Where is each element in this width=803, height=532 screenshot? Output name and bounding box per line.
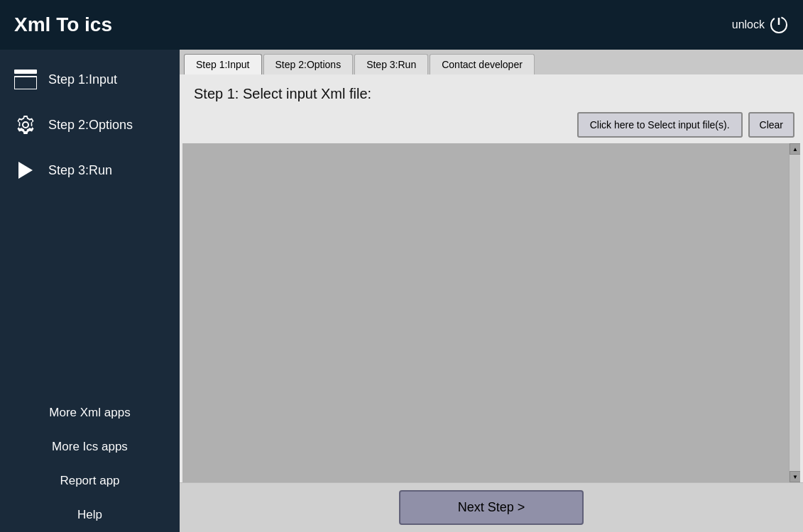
header: Xml To ics unlock xyxy=(0,0,803,50)
svg-rect-2 xyxy=(14,70,37,74)
play-icon xyxy=(14,159,37,182)
sidebar-more-ics[interactable]: More Ics apps xyxy=(0,430,180,464)
sidebar-label-step2: Step 2:Options xyxy=(48,118,133,133)
content-panel: Step 1: Select input Xml file: Click her… xyxy=(180,74,803,532)
sidebar-more-xml[interactable]: More Xml apps xyxy=(0,396,180,430)
sidebar-report-app[interactable]: Report app xyxy=(0,464,180,498)
sidebar-item-step1[interactable]: Step 1:Input xyxy=(0,57,180,102)
clear-button[interactable]: Clear xyxy=(748,112,794,138)
sidebar-help[interactable]: Help xyxy=(0,498,180,532)
svg-marker-4 xyxy=(18,162,33,179)
select-file-button[interactable]: Click here to Select input file(s). xyxy=(577,112,743,138)
tab-input[interactable]: Step 1:Input xyxy=(184,54,262,74)
app-title: Xml To ics xyxy=(14,13,112,36)
tab-contact[interactable]: Contact developer xyxy=(430,54,535,74)
panel-title: Step 1: Select input Xml file: xyxy=(180,74,803,109)
power-icon xyxy=(769,15,789,35)
scrollbar-down[interactable]: ▼ xyxy=(790,471,800,482)
scrollbar-up[interactable]: ▲ xyxy=(790,143,800,155)
content-area: Step 1:Input Step 2:Options Step 3:Run C… xyxy=(180,50,803,532)
unlock-label: unlock xyxy=(732,18,765,31)
sidebar-item-step3[interactable]: Step 3:Run xyxy=(0,148,180,193)
inbox-icon xyxy=(14,68,37,91)
tab-bar: Step 1:Input Step 2:Options Step 3:Run C… xyxy=(180,50,803,74)
sidebar-item-step2[interactable]: Step 2:Options xyxy=(0,102,180,148)
next-step-button[interactable]: Next Step > xyxy=(399,490,584,525)
tab-run[interactable]: Step 3:Run xyxy=(354,54,428,74)
bottom-bar: Next Step > xyxy=(180,482,803,532)
sidebar-label-step1: Step 1:Input xyxy=(48,72,117,87)
gear-icon xyxy=(14,113,37,136)
svg-rect-3 xyxy=(14,77,37,89)
sidebar: Step 1:Input Step 2:Options Step 3:Run xyxy=(0,50,180,532)
sidebar-label-step3: Step 3:Run xyxy=(48,163,112,178)
unlock-button[interactable]: unlock xyxy=(732,15,789,35)
file-drop-area[interactable]: ▲ ▼ xyxy=(182,143,800,482)
header-right: unlock xyxy=(732,15,789,35)
main-layout: Step 1:Input Step 2:Options Step 3:Run xyxy=(0,50,803,532)
tab-options[interactable]: Step 2:Options xyxy=(263,54,354,74)
scrollbar-track: ▲ ▼ xyxy=(789,143,800,482)
toolbar: Click here to Select input file(s). Clea… xyxy=(180,109,803,143)
